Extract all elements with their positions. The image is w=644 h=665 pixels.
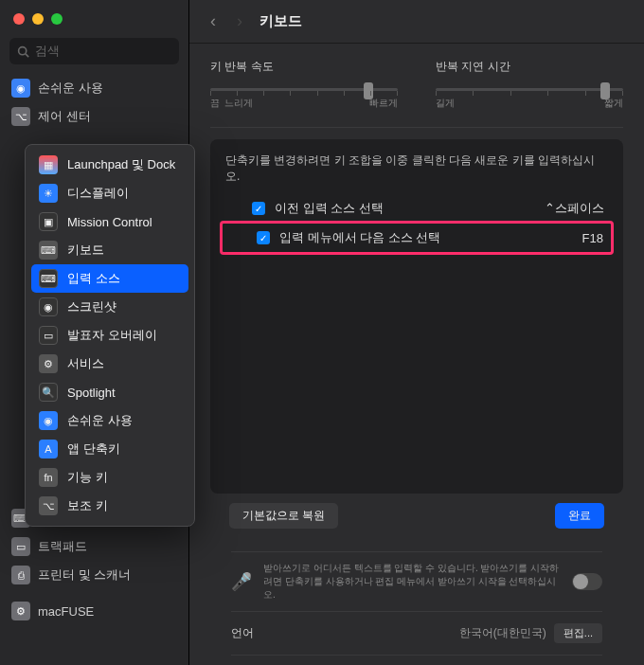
shortcuts-panel: 단축키를 변경하려면 키 조합을 이중 클릭한 다음 새로운 키를 입력하십시오… — [210, 139, 623, 494]
popup-item-label: 디스플레이 — [67, 185, 129, 202]
popup-item-presenter[interactable]: ▭발표자 오버레이 — [31, 321, 188, 350]
sidebar-item-label: 프린터 및 스캐너 — [38, 566, 131, 584]
popup-item-label: 입력 소스 — [67, 270, 120, 287]
page-title: 키보드 — [259, 12, 302, 30]
category-popup: ▦Launchpad 및 Dock ☀디스플레이 ▣Mission Contro… — [25, 144, 195, 527]
popup-item-launchpad[interactable]: ▦Launchpad 및 Dock — [31, 151, 188, 179]
main-panel: ‹ › 키보드 키 반복 속도 끔느리게빠르게 반복 지연 시간 — [189, 0, 644, 665]
search-icon — [17, 45, 29, 58]
popup-item-label: 기능 키 — [67, 469, 108, 486]
shortcut-key[interactable]: ⌃스페이스 — [545, 200, 604, 217]
popup-item-label: 키보드 — [67, 242, 104, 259]
checkbox[interactable]: ✓ — [257, 231, 270, 244]
minimize-window[interactable] — [32, 13, 44, 25]
display-icon: ☀ — [39, 184, 58, 203]
presenter-icon: ▭ — [39, 326, 58, 345]
launchpad-icon: ▦ — [39, 155, 58, 174]
svg-line-1 — [26, 53, 28, 56]
popup-item-display[interactable]: ☀디스플레이 — [31, 179, 188, 207]
dictation-row: 🎤 받아쓰기로 어디서든 텍스트를 입력할 수 있습니다. 받아쓰기를 시작하려… — [231, 551, 602, 611]
spotlight-icon: 🔍 — [39, 383, 58, 402]
accessibility-icon: ◉ — [39, 411, 58, 430]
accessibility-icon: ◉ — [11, 79, 30, 98]
search-input[interactable]: 검색 — [9, 38, 179, 64]
slider-mid-label: 느리게 — [224, 97, 253, 110]
popup-item-label: 스크린샷 — [67, 298, 116, 315]
mission-control-icon: ▣ — [39, 212, 58, 231]
mic-icon: 🎤 — [231, 571, 252, 592]
zoom-window[interactable] — [51, 13, 63, 25]
slider-label: 반복 지연 시간 — [436, 59, 623, 75]
shortcut-label: 이전 입력 소스 선택 — [275, 200, 535, 217]
instruction-text: 단축키를 변경하려면 키 조합을 이중 클릭한 다음 새로운 키를 입력하십시오… — [225, 153, 608, 185]
popup-item-label: Spotlight — [67, 386, 116, 400]
control-center-icon: ⌥ — [11, 107, 30, 126]
popup-item-label: 손쉬운 사용 — [67, 412, 133, 429]
popup-item-services[interactable]: ⚙서비스 — [31, 350, 188, 378]
dictation-toggle[interactable] — [572, 573, 602, 590]
shortcut-row[interactable]: ✓ 이전 입력 소스 선택 ⌃스페이스 — [225, 194, 608, 223]
sidebar-item-printers[interactable]: ⎙프린터 및 스캐너 — [6, 561, 183, 589]
shortcut-key[interactable]: F18 — [582, 231, 603, 245]
popup-item-modifier-keys[interactable]: ⌥보조 키 — [31, 492, 188, 520]
popup-item-screenshot[interactable]: ◉스크린샷 — [31, 293, 188, 321]
slider-max-label: 빠르게 — [369, 97, 398, 110]
sidebar-item-label: 손쉬운 사용 — [38, 80, 103, 97]
modifier-keys-icon: ⌥ — [39, 496, 58, 515]
function-keys-icon: fn — [39, 468, 58, 487]
popup-item-label: Mission Control — [67, 215, 152, 229]
sidebar-item-label: 트랙패드 — [38, 538, 87, 555]
app-shortcuts-icon: A — [39, 440, 58, 458]
checkbox[interactable]: ✓ — [252, 202, 265, 215]
slider-min-label: 길게 — [436, 97, 455, 110]
trackpad-icon: ▭ — [11, 537, 30, 556]
done-button[interactable]: 완료 — [555, 503, 604, 529]
sidebar-item-trackpad[interactable]: ▭트랙패드 — [6, 532, 183, 561]
popup-item-keyboard[interactable]: ⌨키보드 — [31, 236, 188, 264]
edit-language-button[interactable]: 편집... — [554, 623, 602, 643]
slider-label: 키 반복 속도 — [210, 59, 398, 75]
slider-min-label: 끔 — [210, 97, 220, 110]
popup-item-app-shortcuts[interactable]: A앱 단축키 — [31, 435, 188, 463]
popup-item-label: 서비스 — [67, 355, 104, 372]
screenshot-icon: ◉ — [39, 297, 58, 316]
popup-item-spotlight[interactable]: 🔍Spotlight — [31, 378, 188, 406]
popup-item-accessibility[interactable]: ◉손쉬운 사용 — [31, 406, 188, 435]
popup-item-mission-control[interactable]: ▣Mission Control — [31, 207, 188, 236]
language-row: 언어 한국어(대한민국)편집... — [231, 611, 602, 655]
popup-item-input-sources[interactable]: ⌨입력 소스 — [31, 264, 188, 293]
sidebar-item-label: macFUSE — [38, 604, 94, 619]
forward-button: › — [233, 9, 246, 33]
sidebar-item-macfuse[interactable]: ⚙macFUSE — [6, 597, 183, 625]
mic-source-row: 마이크 소스 자동(WH-1000XM3)⇅ — [231, 655, 602, 665]
search-placeholder: 검색 — [35, 43, 60, 60]
sidebar-item-control-center[interactable]: ⌥제어 센터 — [6, 102, 183, 131]
macfuse-icon: ⚙ — [11, 602, 30, 620]
input-source-icon: ⌨ — [39, 269, 58, 288]
shortcut-label: 입력 메뉴에서 다음 소스 선택 — [279, 229, 573, 246]
popup-item-label: Launchpad 및 Dock — [67, 156, 175, 173]
popup-item-label: 보조 키 — [67, 497, 108, 514]
close-window[interactable] — [13, 13, 25, 25]
popup-item-label: 앱 단축키 — [67, 440, 120, 458]
svg-point-0 — [19, 46, 27, 54]
restore-defaults-button[interactable]: 기본값으로 복원 — [229, 503, 338, 529]
language-value: 한국어(대한민국) — [459, 625, 546, 641]
popup-item-label: 발표자 오버레이 — [67, 327, 157, 344]
sidebar-item-accessibility[interactable]: ◉손쉬운 사용 — [6, 74, 183, 102]
header: ‹ › 키보드 — [189, 0, 644, 44]
services-icon: ⚙ — [39, 354, 58, 373]
sidebar-item-label: 제어 센터 — [38, 108, 91, 125]
language-label: 언어 — [231, 625, 254, 641]
window-controls — [0, 0, 188, 34]
dictation-text: 받아쓰기로 어디서든 텍스트를 입력할 수 있습니다. 받아쓰기를 시작하려면 … — [263, 562, 561, 602]
back-button[interactable]: ‹ — [206, 9, 220, 33]
key-repeat-slider[interactable]: 키 반복 속도 끔느리게빠르게 — [210, 59, 398, 110]
keyboard-icon: ⌨ — [39, 241, 58, 260]
shortcut-row-highlighted[interactable]: ✓ 입력 메뉴에서 다음 소스 선택 F18 — [220, 221, 614, 255]
printer-icon: ⎙ — [11, 566, 30, 584]
popup-item-function-keys[interactable]: fn기능 키 — [31, 463, 188, 492]
repeat-delay-slider[interactable]: 반복 지연 시간 길게짧게 — [436, 59, 623, 110]
